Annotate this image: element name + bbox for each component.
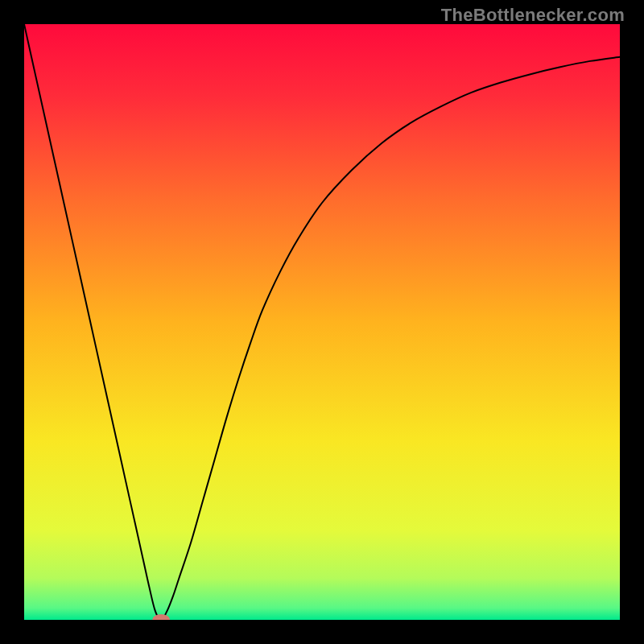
minimum-marker bbox=[152, 614, 170, 620]
bottleneck-curve bbox=[24, 24, 620, 620]
plot-area bbox=[24, 24, 620, 620]
watermark-text: TheBottlenecker.com bbox=[441, 5, 625, 26]
curve-layer bbox=[24, 24, 620, 620]
chart-frame: TheBottlenecker.com bbox=[0, 0, 644, 644]
